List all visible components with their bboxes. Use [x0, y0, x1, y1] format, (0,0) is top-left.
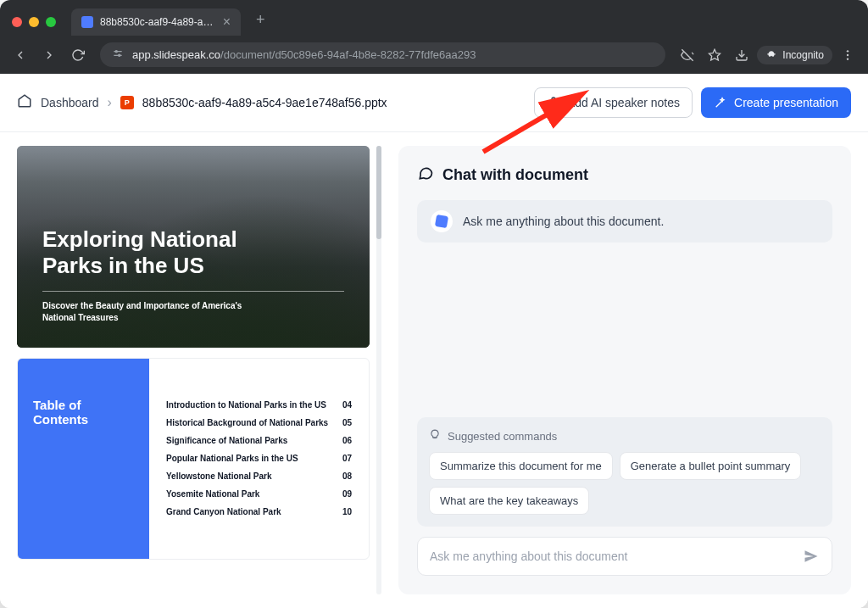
suggestion-chip[interactable]: Generate a bullet point summary — [620, 452, 802, 480]
url-bar[interactable]: app.slidespeak.co/document/d50c89e6-94af… — [100, 42, 665, 67]
chat-bubble-icon — [417, 165, 434, 185]
url-text: app.slidespeak.co/document/d50c89e6-94af… — [132, 48, 476, 61]
slide1-subtitle: Discover the Beauty and Importance of Am… — [42, 300, 263, 324]
send-button[interactable] — [803, 548, 820, 565]
close-window-button[interactable] — [12, 17, 22, 27]
slide1-title: Exploring National Parks in the US — [42, 226, 344, 279]
home-icon[interactable] — [17, 93, 32, 112]
greeting-text: Ask me anything about this document. — [463, 215, 664, 228]
chat-input-row — [417, 537, 832, 576]
toc-row: Popular National Parks in the US07 — [166, 449, 352, 467]
tab-title: 88b8530c-aaf9-4a89-a5c4 — [100, 16, 216, 28]
minimize-window-button[interactable] — [29, 17, 39, 27]
powerpoint-file-icon: P — [120, 96, 134, 109]
browser-menu-icon[interactable] — [836, 43, 860, 67]
create-label: Create presentation — [734, 96, 838, 109]
svg-point-2 — [115, 51, 117, 53]
suggestion-chip[interactable]: What are the key takeaways — [429, 487, 589, 515]
microphone-icon — [547, 96, 560, 109]
back-button[interactable] — [8, 43, 32, 67]
suggested-commands-box: Suggested commands Summarize this docume… — [417, 417, 832, 527]
browser-tab[interactable]: 88b8530c-aaf9-4a89-a5c4 × — [71, 8, 241, 36]
scrollbar-thumb[interactable] — [376, 146, 381, 239]
new-tab-button[interactable]: + — [256, 12, 265, 32]
app-header: Dashboard › P 88b8530c-aaf9-4a89-a5c4-9a… — [0, 74, 868, 132]
slide-thumbnail-2[interactable]: Table of Contents Introduction to Nation… — [17, 358, 370, 560]
site-settings-icon[interactable] — [112, 47, 124, 62]
create-presentation-button[interactable]: Create presentation — [701, 87, 851, 118]
toc-row: Yellowstone National Park08 — [166, 467, 352, 485]
incognito-label: Incognito — [782, 49, 824, 61]
download-icon[interactable] — [730, 43, 754, 67]
browser-titlebar: 88b8530c-aaf9-4a89-a5c4 × + — [0, 0, 868, 36]
toc-row: Yosemite National Park09 — [166, 485, 352, 503]
suggestion-chips: Summarize this document for meGenerate a… — [429, 452, 821, 515]
lightbulb-icon — [429, 429, 441, 443]
hide-eye-icon[interactable] — [676, 43, 699, 67]
toc-list: Introduction to National Parks in the US… — [149, 359, 369, 559]
chat-input[interactable] — [430, 549, 794, 563]
forward-button[interactable] — [37, 43, 61, 67]
breadcrumb-separator: › — [108, 95, 112, 110]
add-notes-label: Add AI speaker notes — [567, 96, 680, 109]
toc-row: Historical Background of National Parks0… — [166, 414, 352, 432]
close-tab-icon[interactable]: × — [223, 15, 231, 29]
suggestion-chip[interactable]: Summarize this document for me — [429, 452, 613, 480]
svg-rect-10 — [552, 98, 555, 103]
toc-row: Grand Canyon National Park10 — [166, 503, 352, 521]
toc-row: Significance of National Parks06 — [166, 432, 352, 449]
bookmark-star-icon[interactable] — [703, 43, 726, 67]
chat-panel: Chat with document Ask me anything about… — [398, 146, 851, 594]
chat-title: Chat with document — [442, 166, 588, 184]
magic-wand-icon — [714, 96, 727, 109]
svg-marker-5 — [709, 49, 721, 60]
dashboard-link[interactable]: Dashboard — [41, 96, 99, 109]
svg-point-7 — [847, 50, 849, 52]
browser-toolbar: app.slidespeak.co/document/d50c89e6-94af… — [0, 36, 868, 74]
toc-heading: Table of Contents — [33, 398, 134, 427]
svg-point-8 — [847, 53, 849, 55]
slide1-divider — [42, 291, 344, 292]
greeting-message: Ask me anything about this document. — [417, 200, 832, 243]
assistant-avatar — [431, 210, 453, 232]
svg-point-3 — [119, 54, 120, 56]
main-content: Exploring National Parks in the US Disco… — [0, 132, 868, 608]
tab-favicon — [81, 16, 93, 28]
slide-thumbnail-1[interactable]: Exploring National Parks in the US Disco… — [17, 146, 370, 348]
window-controls — [12, 17, 56, 27]
suggested-label: Suggested commands — [448, 430, 557, 443]
svg-point-9 — [847, 58, 849, 59]
maximize-window-button[interactable] — [46, 17, 56, 27]
add-speaker-notes-button[interactable]: Add AI speaker notes — [534, 87, 693, 118]
toc-row: Introduction to National Parks in the US… — [166, 396, 352, 414]
incognito-badge[interactable]: Incognito — [757, 46, 832, 64]
reload-button[interactable] — [66, 43, 90, 67]
slides-column: Exploring National Parks in the US Disco… — [17, 146, 381, 594]
slides-scrollbar[interactable] — [376, 146, 381, 594]
filename: 88b8530c-aaf9-4a89-a5c4-9ae1e748af56.ppt… — [142, 96, 387, 109]
